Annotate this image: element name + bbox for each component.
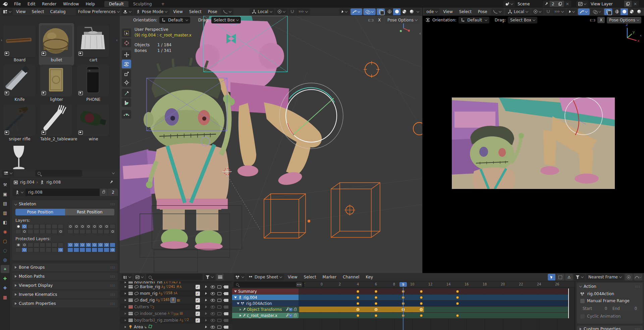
breadcrumb-data[interactable]: rig.008	[46, 180, 61, 185]
users-count-button[interactable]: 2	[108, 189, 118, 196]
layer-toggle[interactable]	[86, 243, 91, 247]
layer-toggle[interactable]	[52, 243, 57, 247]
editor-type-button[interactable]	[2, 170, 14, 177]
panel-drag-handle[interactable]: ∷∷	[635, 285, 640, 288]
playhead[interactable]	[403, 287, 404, 330]
expand-search-button[interactable]: ⟷	[296, 282, 302, 287]
custom-properties-panel[interactable]: Custom Properties∷∷	[12, 300, 118, 308]
show-hidden-toggle[interactable]	[556, 274, 564, 280]
link-icon[interactable]	[100, 189, 108, 196]
falloff-dropdown[interactable]	[221, 8, 233, 15]
panel-expand-icon[interactable]	[579, 284, 582, 287]
scene-name[interactable]: Scene	[515, 1, 543, 7]
dope-key-menu[interactable]: Key	[363, 275, 376, 279]
action-name[interactable]: rig.004Action	[587, 291, 614, 296]
layer-toggle[interactable]	[73, 248, 79, 252]
dope-view-menu[interactable]: View	[285, 275, 300, 279]
pin-icon[interactable]	[110, 181, 112, 184]
layer-toggle[interactable]	[40, 229, 45, 234]
manual-frame-range-checkbox[interactable]	[580, 299, 585, 303]
pose-menu[interactable]: Pose	[475, 9, 490, 14]
outliner-row[interactable]: indoor_scene⅄ ▽104 ▤ ✓	[120, 310, 232, 317]
menu-help[interactable]: Help	[82, 2, 98, 6]
mode-dropdown[interactable]: ode	[424, 8, 439, 15]
layer-toggle[interactable]	[52, 224, 57, 229]
xray-toggle[interactable]	[377, 8, 385, 15]
add-workspace-button[interactable]: +	[157, 1, 169, 7]
outliner-row[interactable]: boy(barbi)_rig.zombie⅄3 ▽2 ✓	[120, 317, 232, 324]
start-frame-field[interactable]: Start0	[580, 306, 609, 312]
layer-toggle[interactable]	[104, 248, 109, 252]
layer-toggle[interactable]	[15, 243, 21, 247]
snap-dropdown[interactable]: ⊦⊦⊦	[297, 8, 310, 15]
data-icon[interactable]: ✦	[1, 265, 9, 273]
only-selected-toggle[interactable]	[548, 274, 555, 280]
layer-toggle[interactable]	[86, 229, 91, 234]
layer-toggle[interactable]	[28, 243, 33, 247]
layer-toggle[interactable]	[79, 229, 85, 234]
workspace-tab-default[interactable]: Default	[104, 1, 128, 7]
area-split-arrow[interactable]: ‹	[419, 31, 421, 36]
bone-icon[interactable]: ✚	[1, 274, 9, 282]
layer-toggle[interactable]	[67, 224, 73, 229]
asset-item[interactable]: lighter	[40, 65, 73, 102]
layer-toggle[interactable]	[58, 229, 63, 234]
layer-toggle[interactable]	[92, 243, 97, 247]
layer-toggle[interactable]	[92, 248, 97, 252]
layer-toggle[interactable]	[34, 248, 39, 252]
armature-browse-button[interactable]	[13, 189, 25, 196]
layer-toggle[interactable]	[34, 229, 39, 234]
dope-marker-menu[interactable]: Marker	[320, 275, 339, 279]
keyframe[interactable]	[375, 302, 378, 305]
outliner-row[interactable]: Barbie_rig⅄3 ▽241 犬⅄ ✓	[120, 283, 232, 290]
layer-toggle[interactable]	[46, 243, 51, 247]
select-menu[interactable]: Select	[186, 9, 204, 14]
editor-type-button[interactable]	[1, 8, 13, 15]
layer-toggle[interactable]	[98, 243, 103, 247]
layer-toggle[interactable]	[40, 224, 45, 229]
layer-toggle[interactable]	[21, 229, 27, 234]
view-layer-copy-button[interactable]	[624, 1, 632, 7]
layer-toggle[interactable]	[28, 248, 33, 252]
filter-dropdown[interactable]	[574, 274, 585, 280]
panel-collapse-arrow[interactable]: ‹	[116, 38, 118, 43]
viewport-3d[interactable]: Pose Mode View Select Pose Local ⊦⊦⊦ Ori…	[120, 8, 422, 273]
panel-expand-arrow[interactable]: ›	[1, 38, 2, 43]
filter-display-dropdown[interactable]	[134, 274, 145, 280]
texture-icon[interactable]: ▦	[1, 293, 9, 301]
keyframe[interactable]	[420, 296, 423, 299]
rest-position-button[interactable]: Rest Position	[65, 209, 115, 215]
keyframe[interactable]	[420, 290, 423, 293]
layer-toggle[interactable]	[98, 224, 103, 229]
view-layer-name[interactable]: View Layer	[588, 1, 624, 7]
drag-orientation-dropdown[interactable]: Default	[159, 17, 190, 23]
mode-dropdown[interactable]: Pose Mode	[134, 8, 169, 15]
layer-toggle[interactable]	[104, 224, 109, 229]
keyframe[interactable]	[456, 302, 459, 305]
tool-rotate[interactable]	[122, 60, 131, 68]
layer-toggle[interactable]	[86, 248, 91, 252]
shading-wireframe-button[interactable]	[386, 8, 393, 15]
keyframe[interactable]	[357, 302, 360, 305]
scene-pin-icon[interactable]	[543, 1, 550, 7]
new-collection-button[interactable]	[216, 274, 224, 280]
keyframe[interactable]	[375, 314, 378, 317]
xray-toggle[interactable]	[604, 8, 612, 15]
show-gizmo-dropdown[interactable]	[567, 8, 577, 15]
outliner-search-input[interactable]	[146, 274, 203, 280]
layer-toggle[interactable]	[52, 248, 57, 252]
tool-move[interactable]	[122, 50, 131, 59]
layers-grid[interactable]	[12, 223, 118, 234]
layer-toggle[interactable]	[46, 248, 51, 252]
bone-groups-panel[interactable]: Bone Groups∷∷	[12, 263, 118, 271]
x-mirror-button[interactable]: X	[597, 17, 605, 23]
view-layer-browse-button[interactable]	[576, 1, 588, 7]
layer-toggle[interactable]	[79, 224, 85, 229]
layer-toggle[interactable]	[110, 229, 115, 234]
keyframe[interactable]	[456, 296, 459, 299]
keyframe-type-button[interactable]	[625, 274, 633, 280]
show-gizmo-dropdown[interactable]	[339, 8, 350, 15]
asset-item[interactable]: sniper rifle	[3, 104, 36, 141]
layer-toggle[interactable]	[40, 243, 45, 247]
pivot-point-dropdown[interactable]	[275, 8, 287, 15]
